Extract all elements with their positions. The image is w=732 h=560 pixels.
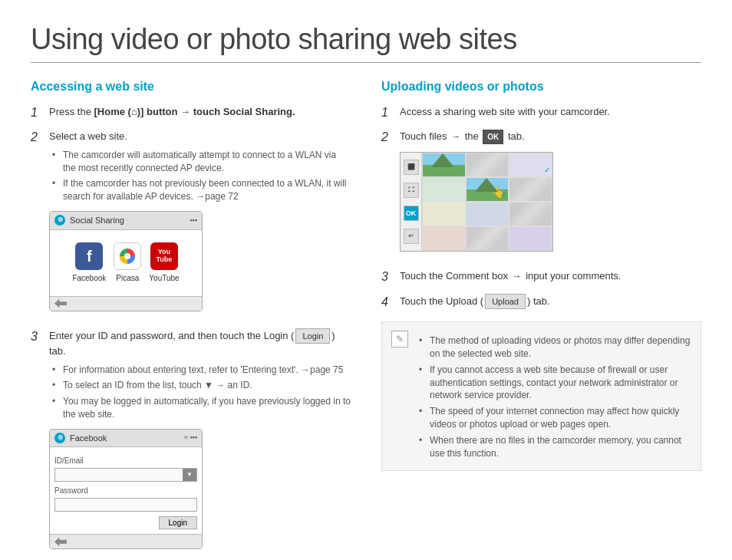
right-step-2: 2 Touch files → the OK tab. ⬛ ⛶ OK ↩ (381, 129, 701, 261)
upload-grid: ⬛ ⛶ OK ↩ (400, 152, 553, 252)
thumb-4 (422, 177, 466, 202)
facebook-label: Facebook (72, 272, 106, 284)
step-2-content: Select a web site. The camcorder will au… (49, 129, 351, 320)
facebook-login-screen: ⚙ Facebook ≈ ▪▪▪ ID/Email ▼ Password (49, 429, 203, 550)
sidebar-icon-1: ⬛ (404, 160, 419, 175)
password-input[interactable] (54, 498, 197, 512)
right-step-1: 1 Access a sharing web site with your ca… (381, 104, 701, 121)
touch-cursor: 👆 (492, 184, 505, 200)
bullet-item: To select an ID from the list, touch ▼ →… (52, 379, 351, 392)
right-note-box: ✎ The method of uploading videos or phot… (381, 321, 701, 471)
left-step-3: 3 Enter your ID and password, and then t… (31, 328, 351, 559)
right-section-heading: Uploading videos or photos (381, 80, 701, 94)
facebook-icon: f (75, 242, 103, 270)
thumb-2 (466, 153, 509, 177)
bullet-item: The camcorder will automatically attempt… (52, 149, 351, 175)
right-column: Uploading videos or photos 1 Access a sh… (381, 80, 701, 560)
svg-point-1 (124, 253, 130, 259)
login-submit-btn[interactable]: Login (159, 516, 197, 529)
ok-tab: OK (483, 130, 503, 144)
arrow-sym: → (451, 131, 460, 142)
id-input-field[interactable] (55, 471, 183, 479)
right-note-content: The method of uploading videos or photos… (416, 330, 691, 463)
r-step-1-content: Access a sharing web site with your camc… (400, 104, 701, 120)
id-email-input[interactable]: ▼ (54, 468, 197, 482)
left-section-heading: Accessing a web site (31, 80, 351, 94)
step-2-text: Select a web site. (49, 130, 127, 142)
login-button-inline: Login (295, 328, 330, 344)
bullet-item: If the camcorder has not previously been… (52, 177, 351, 203)
fb-back-icon (54, 537, 67, 546)
left-steps: 1 Press the [Home (⌂)] button → touch So… (31, 104, 351, 558)
r-step-3-content: Touch the Comment box → input your comme… (400, 268, 701, 284)
right-note-bullets: The method of uploading videos or photos… (416, 334, 691, 460)
signal-icon: ▪▪▪ (190, 216, 197, 226)
picasa-label: Picasa (116, 272, 139, 284)
social-sharing-screen: ⚙ Social Sharing ▪▪▪ f Facebook (49, 211, 203, 311)
right-note-icon: ✎ (391, 331, 408, 348)
password-label: Password (54, 485, 197, 496)
sidebar-back-icon: ↩ (404, 229, 419, 244)
right-step-4: 4 Touch the Upload (Upload) tab. (381, 294, 701, 311)
titlebar-icon: ⚙ (54, 215, 65, 226)
step-3-content: Enter your ID and password, and then tou… (49, 328, 351, 559)
id-email-label: ID/Email (54, 455, 197, 466)
bullet-item: The speed of your internet connection ma… (419, 405, 691, 431)
page-title: Using video or photo sharing web sites (31, 23, 701, 63)
r-step-1-text: Access a sharing web site with your camc… (400, 106, 610, 117)
bullet-item: For information about entering text, ref… (52, 364, 351, 377)
right-step-3: 3 Touch the Comment box → input your com… (381, 268, 701, 285)
facebook-icon-item: f Facebook (72, 242, 106, 284)
device-bottom-bar (50, 296, 202, 311)
thumb-12 (509, 226, 552, 251)
right-steps: 1 Access a sharing web site with your ca… (381, 104, 701, 311)
upload-button-inline: Upload (485, 294, 526, 310)
thumb-11 (466, 226, 509, 251)
step-num-3: 3 (31, 328, 43, 345)
fb-bottom-bar (50, 534, 202, 548)
fb-titlebar-text: Facebook (70, 432, 180, 445)
left-step-1: 1 Press the [Home (⌂)] button → touch So… (31, 104, 351, 121)
picasa-icon-item: Picasa (114, 242, 141, 284)
r-step-num-1: 1 (381, 104, 394, 121)
step-3-bullets: For information about entering text, ref… (49, 364, 351, 421)
step-1-content: Press the [Home (⌂)] button → touch Soci… (49, 104, 351, 120)
login-btn-row: Login (54, 516, 197, 529)
thumb-10 (422, 226, 466, 251)
sidebar-ok-btn[interactable]: OK (404, 206, 419, 221)
r-step-num-2: 2 (381, 129, 394, 146)
step-num-2: 2 (31, 129, 43, 146)
upload-screen-mockup: ⬛ ⛶ OK ↩ (400, 152, 553, 252)
fb-titlebar-icon: ⚙ (54, 433, 65, 443)
bullet-item: You may be logged in automatically, if y… (52, 395, 351, 421)
thumb-7 (422, 202, 466, 226)
fb-signal: ≈ ▪▪▪ (184, 433, 197, 443)
fb-titlebar: ⚙ Facebook ≈ ▪▪▪ (50, 430, 202, 448)
bullet-item: When there are no files in the camcorder… (419, 434, 691, 460)
left-column: Accessing a web site 1 Press the [Home (… (31, 80, 351, 560)
r-step-num-3: 3 (381, 268, 394, 285)
social-sharing-body: f Facebook (50, 230, 202, 296)
youtube-label: YouTube (149, 272, 179, 284)
upload-sidebar: ⬛ ⛶ OK ↩ (401, 153, 422, 251)
fb-body: ID/Email ▼ Password Login (50, 447, 202, 534)
titlebar-text: Social Sharing (70, 214, 185, 227)
sidebar-icon-2: ⛶ (404, 183, 419, 198)
picasa-icon-box (114, 242, 141, 270)
bullet-item: The method of uploading videos or photos… (419, 334, 691, 361)
r-step-num-4: 4 (381, 294, 394, 311)
device-titlebar: ⚙ Social Sharing ▪▪▪ (50, 212, 202, 230)
thumb-8 (466, 202, 509, 226)
back-button-icon (54, 299, 67, 308)
r-step-2-content: Touch files → the OK tab. ⬛ ⛶ OK ↩ (400, 129, 701, 261)
bullet-item: If you cannot access a web site because … (419, 364, 691, 402)
youtube-icon-box: YouTube (150, 242, 178, 270)
thumb-3 (509, 153, 552, 177)
left-step-2: 2 Select a web site. The camcorder will … (31, 129, 351, 320)
thumb-6 (509, 177, 552, 202)
thumb-1 (422, 153, 466, 177)
arrow-3: → (513, 271, 522, 282)
dropdown-arrow[interactable]: ▼ (183, 469, 196, 481)
youtube-icon-item: YouTube YouTube (149, 242, 179, 284)
thumb-9 (509, 202, 552, 226)
